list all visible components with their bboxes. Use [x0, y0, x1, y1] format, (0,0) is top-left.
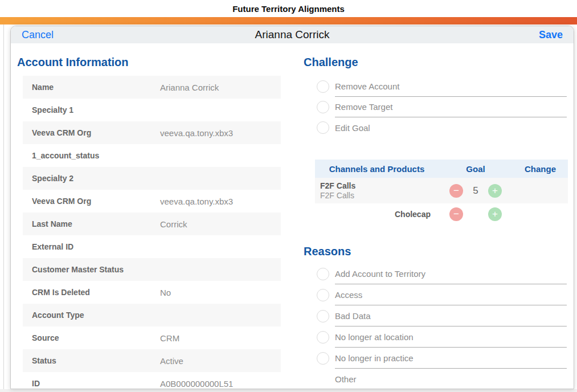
field-label: Veeva CRM Org	[23, 197, 160, 206]
field-value: veeva.qa.tony.xbx3	[160, 197, 233, 206]
radio-icon[interactable]	[317, 289, 329, 301]
goal-cell: − +	[439, 207, 513, 221]
brand-gradient-bar	[0, 17, 577, 24]
option-label: No longer at location	[335, 326, 567, 348]
table-row: Veeva CRM Org veeva.qa.tony.xbx3	[23, 121, 281, 144]
radio-icon[interactable]	[317, 352, 329, 365]
window-title: Future Territory Alignments	[0, 0, 577, 17]
decrement-goal-button[interactable]: −	[449, 207, 463, 221]
challenge-heading: Challenge	[304, 56, 358, 69]
channel-cell: Cholecap	[315, 209, 439, 219]
decrement-goal-button[interactable]: −	[449, 184, 463, 198]
reason-option-no-longer-practice[interactable]: No longer in practice	[304, 348, 567, 369]
field-label: Last Name	[23, 219, 160, 228]
modal-header: Cancel Arianna Corrick Save	[11, 26, 574, 43]
reason-option-add-account[interactable]: Add Account to Territory	[304, 263, 567, 284]
option-label: Other	[335, 369, 567, 389]
reasons-heading: Reasons	[304, 245, 351, 258]
field-label: External ID	[23, 242, 160, 251]
table-row: Veeva CRM Org veeva.qa.tony.xbx3	[23, 190, 281, 213]
modal-title: Arianna Corrick	[11, 28, 574, 41]
field-value: Corrick	[160, 219, 187, 229]
table-row: Name Arianna Corrick	[23, 76, 281, 99]
option-label: Bad Data	[335, 305, 567, 326]
field-label: Name	[23, 83, 160, 92]
field-label: Source	[23, 333, 160, 342]
goal-cell: − 5 +	[439, 184, 513, 198]
table-row: F2F Calls F2F Calls − 5 +	[315, 178, 568, 203]
field-label: Status	[23, 356, 160, 365]
field-label: Account Type	[23, 311, 160, 320]
table-row: Specialty 1	[23, 99, 281, 121]
table-row: External ID	[23, 235, 281, 258]
table-row: Source CRM	[23, 326, 281, 349]
table-row: Customer Master Status	[23, 258, 281, 281]
field-value: Arianna Corrick	[160, 83, 219, 92]
option-label: No longer in practice	[335, 348, 567, 369]
option-label: Remove Account	[335, 76, 567, 97]
field-label: 1_account_status	[23, 151, 160, 160]
account-challenge-modal: Cancel Arianna Corrick Save Account Info…	[10, 26, 574, 389]
radio-icon[interactable]	[317, 121, 329, 134]
option-label: Edit Goal	[335, 117, 567, 138]
product-name: F2F Calls	[320, 191, 439, 201]
channel-name: F2F Calls	[320, 181, 439, 191]
challenge-option-remove-target[interactable]: Remove Target	[304, 97, 567, 117]
reason-option-access[interactable]: Access	[304, 284, 567, 305]
table-row: ID A0B000000000L51	[23, 372, 281, 389]
field-label: ID	[23, 379, 160, 388]
table-row: Last Name Corrick	[23, 213, 281, 235]
reason-option-other[interactable]: Other	[304, 369, 567, 389]
option-label: Remove Target	[335, 97, 567, 117]
option-label: Add Account to Territory	[335, 263, 567, 284]
table-header-row: Channels and Products Goal Change	[315, 160, 568, 178]
backdrop-sheet-edge	[3, 24, 4, 392]
radio-icon[interactable]	[317, 331, 329, 344]
radio-icon[interactable]	[317, 310, 329, 322]
challenge-option-edit-goal[interactable]: Edit Goal	[304, 117, 567, 138]
challenge-options: Remove Account Remove Target Edit Goal	[304, 76, 567, 138]
radio-icon[interactable]	[317, 268, 329, 280]
save-button[interactable]: Save	[539, 29, 563, 41]
challenge-option-remove-account[interactable]: Remove Account	[304, 76, 567, 97]
column-header-goal: Goal	[439, 164, 513, 174]
field-label: CRM Is Deleted	[23, 288, 160, 297]
table-row: CRM Is Deleted No	[23, 281, 281, 304]
account-information-table: Name Arianna Corrick Specialty 1 Veeva C…	[23, 76, 281, 389]
table-row: Cholecap − +	[315, 203, 568, 225]
radio-icon[interactable]	[317, 101, 329, 113]
table-row: Account Type	[23, 304, 281, 326]
table-row: 1_account_status	[23, 144, 281, 167]
table-row: Specialty 2	[23, 167, 281, 190]
table-row: Status Active	[23, 349, 281, 372]
option-label: Access	[335, 284, 567, 305]
column-header-change: Change	[513, 164, 568, 174]
reasons-options: Add Account to Territory Access Bad Data…	[304, 263, 567, 389]
radio-icon[interactable]	[317, 80, 329, 93]
field-value: A0B000000000L51	[160, 379, 233, 389]
increment-goal-button[interactable]: +	[488, 207, 502, 221]
field-value: veeva.qa.tony.xbx3	[160, 128, 233, 138]
column-header-channels: Channels and Products	[315, 164, 439, 174]
account-information-heading: Account Information	[17, 56, 129, 69]
field-label: Customer Master Status	[23, 265, 160, 274]
channels-products-table: Channels and Products Goal Change F2F Ca…	[315, 160, 568, 225]
reason-option-bad-data[interactable]: Bad Data	[304, 305, 567, 326]
channel-name: Cholecap	[395, 210, 431, 219]
field-value: No	[160, 288, 171, 297]
goal-value: 5	[470, 185, 481, 197]
backdrop-bottom	[0, 389, 577, 392]
field-value: CRM	[160, 333, 179, 343]
field-label: Specialty 1	[23, 105, 160, 115]
cancel-button[interactable]: Cancel	[22, 29, 54, 41]
field-value: Active	[160, 356, 183, 366]
channel-cell: F2F Calls F2F Calls	[315, 181, 439, 201]
field-label: Veeva CRM Org	[23, 128, 160, 137]
reason-option-no-longer-location[interactable]: No longer at location	[304, 326, 567, 348]
field-label: Specialty 2	[23, 174, 160, 183]
increment-goal-button[interactable]: +	[488, 184, 502, 198]
